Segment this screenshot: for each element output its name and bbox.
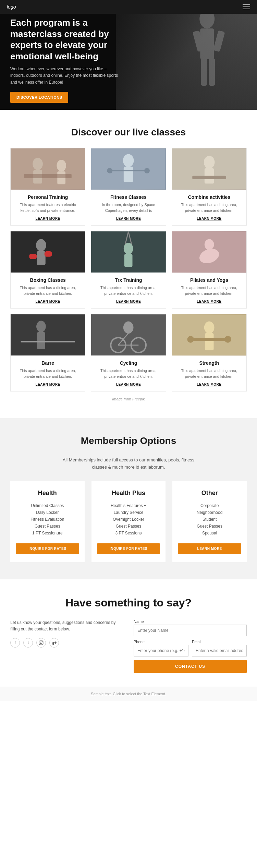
card-text-boxing: This apartment has a dining area, privat…	[15, 285, 80, 296]
learn-more-pilates[interactable]: LEARN MORE	[177, 300, 242, 303]
membership-features-other: Corporate Neighborhood Student Guest Pas…	[178, 502, 241, 537]
contact-us-button[interactable]: CONTACT US	[134, 660, 247, 673]
membership-feature: Health's Features +	[97, 502, 160, 509]
card-image-barre	[11, 314, 85, 355]
card-strength: Strength This apartment has a dining are…	[172, 314, 247, 391]
footer-sample-text: Sample text. Click to select the Text El…	[91, 692, 166, 696]
membership-features-health: Unlimited Classes Daily Locker Fitness E…	[16, 502, 79, 537]
hamburger-menu[interactable]	[243, 4, 250, 9]
instagram-icon[interactable]	[36, 638, 46, 648]
card-image-fitness	[91, 148, 166, 190]
learn-more-trx[interactable]: LEARN MORE	[96, 300, 161, 303]
membership-feature: Spousal	[178, 530, 241, 537]
card-combine: Combine activities This apartment has a …	[172, 148, 247, 226]
card-title-trx: Trx Training	[96, 277, 161, 283]
learn-more-boxing[interactable]: LEARN MORE	[15, 300, 80, 303]
contact-grid: Let us know your questions, suggestions …	[10, 619, 247, 673]
card-title-pilates: Pilates and Yoga	[177, 277, 242, 283]
hero-title: Each program is a masterclass created by…	[10, 17, 120, 62]
googleplus-icon[interactable]: g+	[49, 638, 59, 648]
contact-left: Let us know your questions, suggestions …	[10, 619, 123, 673]
membership-feature: 1 PT Sessionure	[16, 530, 79, 537]
svg-rect-14	[124, 167, 133, 182]
card-text-barre: This apartment has a dining area, privat…	[15, 368, 80, 379]
svg-rect-31	[124, 254, 133, 267]
learn-more-strength[interactable]: LEARN MORE	[177, 383, 242, 386]
footer: Sample text. Click to select the Text El…	[0, 687, 257, 701]
name-label: Name	[134, 619, 247, 624]
card-text-strength: This apartment has a dining area, privat…	[177, 368, 242, 379]
card-title-cycling: Cycling	[96, 360, 161, 366]
svg-point-16	[107, 168, 113, 173]
cards-grid: Personal Training This apartment feature…	[10, 148, 247, 391]
facebook-icon[interactable]: f	[10, 638, 20, 648]
card-cycling: Cycling This apartment has a dining area…	[91, 314, 166, 391]
email-label: Email	[192, 640, 247, 644]
hero-section: Each program is a masterclass created by…	[0, 0, 257, 110]
membership-feature: Fitness Evaluation	[16, 516, 79, 523]
contact-section: Have something to say? Let us know your …	[0, 579, 257, 687]
card-pilates: Pilates and Yoga This apartment has a di…	[172, 231, 247, 309]
svg-point-52	[40, 642, 42, 644]
membership-section: Membership Options All Memberships inclu…	[0, 418, 257, 579]
membership-card-other: Other Corporate Neighborhood Student Gue…	[172, 481, 247, 562]
card-image-combine	[172, 148, 246, 190]
membership-feature: Neighborhood	[178, 509, 241, 516]
svg-point-7	[33, 158, 43, 170]
learn-more-fitness[interactable]: LEARN MORE	[96, 217, 161, 220]
contact-title: Have something to say?	[10, 596, 247, 609]
learn-more-other-button[interactable]: LEARN MORE	[178, 543, 241, 554]
svg-rect-6	[11, 149, 85, 190]
membership-feature: Guest Passes	[178, 523, 241, 530]
membership-feature: Laundry Service	[97, 509, 160, 516]
card-text-fitness: In the room, designed by Space Copenhage…	[96, 202, 161, 213]
card-title-barre: Barre	[15, 360, 80, 366]
discover-locations-button[interactable]: DISCOVER LOCATIONS	[10, 92, 68, 103]
learn-more-personal[interactable]: LEARN MORE	[15, 217, 80, 220]
card-personal-training: Personal Training This apartment feature…	[10, 148, 85, 226]
card-title-fitness: Fitness Classes	[96, 194, 161, 200]
membership-feature: Student	[178, 516, 241, 523]
membership-plan-title-health: Health	[16, 490, 79, 497]
live-classes-section: Discover our live classes Personal Train…	[0, 110, 257, 418]
name-input[interactable]	[134, 625, 247, 636]
inquire-rates-health-button[interactable]: INQUIRE FOR RATES	[16, 543, 79, 554]
card-barre: Barre This apartment has a dining area, …	[10, 314, 85, 391]
contact-form: Name Phone Email CONTACT US	[134, 619, 247, 673]
svg-rect-47	[205, 333, 213, 350]
svg-point-49	[187, 336, 194, 343]
card-title-strength: Strength	[177, 360, 242, 366]
membership-feature: Guest Passes	[16, 523, 79, 530]
hero-description: Workout whenever, wherever and however y…	[10, 66, 120, 86]
svg-rect-37	[37, 332, 45, 349]
card-boxing: Boxing Classes This apartment has a dini…	[10, 231, 85, 309]
svg-point-40	[123, 321, 134, 334]
learn-more-barre[interactable]: LEARN MORE	[15, 383, 80, 386]
svg-point-30	[124, 243, 133, 254]
card-image-personal	[11, 148, 85, 190]
card-fitness-classes: Fitness Classes In the room, designed by…	[91, 148, 166, 226]
membership-feature: Daily Locker	[16, 509, 79, 516]
svg-point-53	[42, 641, 42, 642]
membership-card-health-plus: Health Plus Health's Features + Laundry …	[91, 481, 166, 562]
card-text-pilates: This apartment has a dining area, privat…	[177, 285, 242, 296]
card-image-pilates	[172, 231, 246, 273]
svg-rect-25	[29, 254, 37, 259]
card-image-boxing	[11, 231, 85, 273]
membership-subtitle: All Memberships include full access to o…	[60, 457, 197, 471]
phone-input[interactable]	[134, 645, 188, 656]
membership-feature: Guest Passes	[97, 523, 160, 530]
phone-email-row: Phone Email	[134, 640, 247, 656]
image-credit: Image from Freepik	[10, 397, 247, 401]
email-input[interactable]	[192, 645, 247, 656]
live-classes-title: Discover our live classes	[10, 127, 247, 138]
learn-more-cycling[interactable]: LEARN MORE	[96, 383, 161, 386]
card-trx: Trx Training This apartment has a dining…	[91, 231, 166, 309]
membership-plan-title-other: Other	[178, 490, 241, 497]
membership-plan-title-health-plus: Health Plus	[97, 490, 160, 497]
inquire-rates-health-plus-button[interactable]: INQUIRE FOR RATES	[97, 543, 160, 554]
membership-title: Membership Options	[10, 435, 247, 446]
twitter-icon[interactable]: t	[23, 638, 33, 648]
learn-more-combine[interactable]: LEARN MORE	[177, 217, 242, 220]
card-title-personal: Personal Training	[15, 194, 80, 200]
